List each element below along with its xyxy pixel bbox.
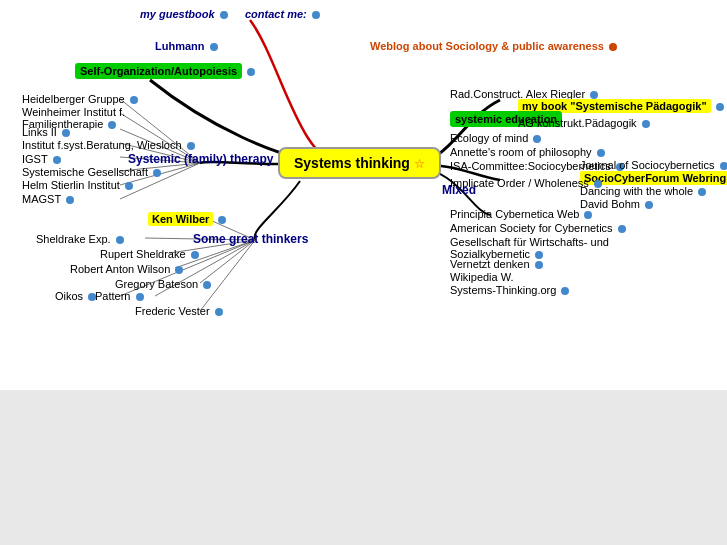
ag-konstrukt-label: AG konstrukt.Pädagogik [518, 117, 637, 129]
oikos-label: Oikos [55, 290, 83, 302]
systemische-label: Systemische Gesellschaft [22, 166, 148, 178]
wikipedia-link[interactable]: Wikipedia W. [450, 271, 514, 283]
weinheimer-label: Weinheimer Institut f. [22, 106, 125, 118]
self-org-icon [247, 68, 255, 76]
great-thinkers-label: Some great thinkers [193, 232, 308, 246]
vernetzt-label: Vernetzt denken [450, 258, 530, 270]
links2-link[interactable]: Links II [22, 126, 70, 138]
links2-label: Links II [22, 126, 57, 138]
my-book-icon [716, 103, 724, 111]
annette-label: Annette's room of philosophy [450, 146, 592, 158]
principia-label: Principia Cybernetica Web [450, 208, 579, 220]
svg-line-15 [200, 240, 255, 311]
igst-icon [53, 156, 61, 164]
igst-link[interactable]: IGST [22, 153, 61, 165]
systems-thinking-org-link[interactable]: Systems-Thinking.org [450, 284, 569, 296]
ecology-mind-icon [533, 135, 541, 143]
magst-icon [66, 196, 74, 204]
ken-wilber-label: Ken Wilber [148, 212, 213, 226]
center-star-icon: ☆ [414, 157, 425, 171]
helm-link[interactable]: Helm Stierlin Institut [22, 179, 133, 191]
journal-socio-label: Journal of Sociocybernetics [580, 159, 715, 171]
systems-thinking-org-label: Systems-Thinking.org [450, 284, 556, 296]
american-cybernetics-label: American Society for Cybernetics [450, 222, 613, 234]
systemic-family-node[interactable]: Systemic (family) therapy [128, 152, 273, 166]
contact-me-link[interactable]: contact me: [245, 8, 320, 20]
weblog-label: Weblog about Sociology & public awarenes… [370, 40, 604, 52]
luhmann-link[interactable]: Luhmann [155, 40, 218, 52]
ag-konstrukt-icon [642, 120, 650, 128]
ken-wilber-link[interactable]: Ken Wilber [148, 213, 226, 225]
american-cybernetics-link[interactable]: American Society for Cybernetics [450, 222, 626, 234]
robert-wilson-label: Robert Anton Wilson [70, 263, 170, 275]
self-org-label: Self-Organization/Autopoiesis [75, 63, 242, 79]
sociocyber-webring-label: SocioCyberForum Webring [580, 171, 727, 185]
my-guestbook-link[interactable]: my guestbook [140, 8, 228, 20]
rupert-sheldrake-icon [191, 251, 199, 259]
annette-icon [597, 149, 605, 157]
center-node[interactable]: Systems thinking ☆ [278, 147, 441, 179]
magst-label: MAGST [22, 193, 61, 205]
rupert-sheldrake-link[interactable]: Rupert Sheldrake [100, 248, 199, 260]
sheldrake-exp-link[interactable]: Sheldrake Exp. [36, 233, 124, 245]
self-org-title[interactable]: Self-Organization/Autopoiesis [75, 65, 255, 77]
contact-icon [312, 11, 320, 19]
helm-icon [125, 182, 133, 190]
vernetzt-icon [535, 261, 543, 269]
helm-label: Helm Stierlin Institut [22, 179, 120, 191]
principia-icon [584, 211, 592, 219]
robert-wilson-link[interactable]: Robert Anton Wilson [70, 263, 183, 275]
pattern-label: Pattern [95, 290, 130, 302]
heidelberger-link[interactable]: Heidelberger Gruppe [22, 93, 138, 105]
pattern-link[interactable]: Pattern [95, 290, 144, 302]
contact-label: contact me: [245, 8, 307, 20]
gregory-bateson-link[interactable]: Gregory Bateson [115, 278, 211, 290]
rupert-sheldrake-label: Rupert Sheldrake [100, 248, 186, 260]
journal-socio-link[interactable]: Journal of Sociocybernetics [580, 159, 727, 171]
center-label: Systems thinking [294, 155, 410, 171]
dancing-icon [698, 188, 706, 196]
journal-socio-icon [720, 162, 727, 170]
gregory-bateson-label: Gregory Bateson [115, 278, 198, 290]
gesellschaft-label: Gesellschaft für Wirtschafts- und [450, 236, 609, 248]
systemische-link[interactable]: Systemische Gesellschaft [22, 166, 161, 178]
guestbook-label: my guestbook [140, 8, 215, 20]
pattern-icon [136, 293, 144, 301]
great-thinkers-node[interactable]: Some great thinkers [193, 232, 308, 246]
ag-konstrukt-link[interactable]: AG konstrukt.Pädagogik [518, 117, 650, 129]
sociocyber-webring-link[interactable]: SocioCyberForum Webring [580, 172, 727, 184]
weblog-icon [609, 43, 617, 51]
luhmann-label: Luhmann [155, 40, 205, 52]
heidelberger-icon [130, 96, 138, 104]
frederic-vester-link[interactable]: Frederic Vester [135, 305, 223, 317]
ecology-mind-label: Ecology of mind [450, 132, 528, 144]
gregory-bateson-icon [203, 281, 211, 289]
systemische-icon [153, 169, 161, 177]
frederic-vester-label: Frederic Vester [135, 305, 210, 317]
wiesloch-icon [187, 142, 195, 150]
dancing-link[interactable]: Dancing with the whole [580, 185, 706, 197]
weblog-link[interactable]: Weblog about Sociology & public awarenes… [370, 40, 617, 52]
vernetzt-link[interactable]: Vernetzt denken [450, 258, 543, 270]
frederic-vester-icon [215, 308, 223, 316]
igst-label: IGST [22, 153, 47, 165]
oikos-link[interactable]: Oikos [55, 290, 96, 302]
gesellschaft-link[interactable]: Gesellschaft für Wirtschafts- und Sozial… [450, 236, 609, 260]
guestbook-icon [220, 11, 228, 19]
bottom-bar [0, 390, 727, 545]
ecology-mind-link[interactable]: Ecology of mind [450, 132, 541, 144]
wiesloch-label: Institut f.syst.Beratung, Wiesloch [22, 139, 182, 151]
mindmap-container: Systems thinking ☆ my guestbook contact … [0, 0, 727, 545]
sheldrake-exp-icon [116, 236, 124, 244]
dancing-label: Dancing with the whole [580, 185, 693, 197]
weinheimer-icon [108, 121, 116, 129]
rad-construct-icon [590, 91, 598, 99]
systems-thinking-org-icon [561, 287, 569, 295]
annette-link[interactable]: Annette's room of philosophy [450, 146, 605, 158]
sheldrake-exp-label: Sheldrake Exp. [36, 233, 111, 245]
wiesloch-link[interactable]: Institut f.syst.Beratung, Wiesloch [22, 139, 195, 151]
american-cybernetics-icon [618, 225, 626, 233]
principia-link[interactable]: Principia Cybernetica Web [450, 208, 592, 220]
ken-wilber-icon [218, 216, 226, 224]
magst-link[interactable]: MAGST [22, 193, 74, 205]
